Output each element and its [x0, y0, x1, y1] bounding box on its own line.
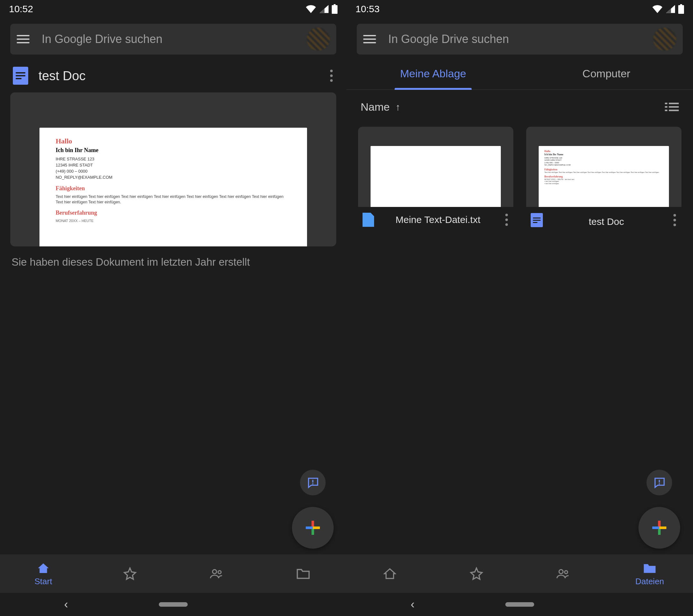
- more-options-button[interactable]: [502, 214, 511, 226]
- nav-pill[interactable]: [159, 602, 188, 607]
- status-icons: [305, 4, 338, 14]
- svg-rect-12: [665, 110, 667, 111]
- account-avatar[interactable]: [307, 27, 330, 51]
- status-bar: 10:52: [0, 0, 346, 18]
- battery-icon: [332, 4, 338, 14]
- file-preview-card[interactable]: Hallo Ich bin Ihr Name IHRE STRASSE 123 …: [10, 93, 336, 246]
- phone-screen-files: 10:53 In Google Drive suchen Meine Ablag…: [346, 0, 693, 616]
- search-placeholder: In Google Drive suchen: [388, 33, 653, 46]
- sort-button[interactable]: Name ↑: [361, 101, 400, 113]
- more-options-button[interactable]: [670, 214, 679, 226]
- svg-rect-13: [669, 110, 679, 111]
- back-button[interactable]: ‹: [411, 598, 415, 611]
- home-icon: [383, 567, 396, 580]
- feedback-icon: [653, 476, 666, 489]
- svg-rect-3: [312, 483, 313, 484]
- tab-my-drive[interactable]: Meine Ablage: [346, 58, 520, 90]
- file-title[interactable]: test Doc: [39, 69, 326, 83]
- nav-shared[interactable]: [173, 554, 260, 593]
- nav-start[interactable]: Start: [0, 554, 87, 593]
- nav-starred[interactable]: [433, 554, 520, 593]
- status-icons: [652, 4, 684, 14]
- status-time: 10:53: [355, 3, 379, 15]
- svg-rect-15: [659, 483, 660, 484]
- people-icon: [556, 567, 570, 580]
- back-button[interactable]: ‹: [64, 598, 68, 611]
- battery-icon: [678, 4, 684, 14]
- bottom-nav: Dateien: [346, 554, 693, 593]
- status-time: 10:52: [9, 3, 33, 15]
- wifi-icon: [305, 5, 316, 13]
- star-icon: [470, 567, 483, 580]
- more-options-button[interactable]: [326, 69, 336, 82]
- svg-point-17: [565, 571, 568, 574]
- svg-point-16: [559, 570, 563, 574]
- menu-icon[interactable]: [17, 33, 29, 45]
- nav-files[interactable]: [260, 554, 346, 593]
- docs-icon: [531, 213, 543, 227]
- svg-rect-6: [678, 5, 684, 14]
- svg-rect-7: [680, 4, 682, 6]
- file-thumbnail: HalloIch bin Ihr Name IHRE STRASSE 12312…: [526, 127, 681, 207]
- feedback-button[interactable]: [647, 470, 672, 495]
- svg-rect-1: [334, 4, 336, 6]
- feedback-button[interactable]: [300, 470, 325, 495]
- svg-rect-11: [669, 106, 679, 107]
- arrow-up-icon: ↑: [396, 102, 400, 113]
- people-icon: [210, 567, 224, 580]
- search-bar[interactable]: In Google Drive suchen: [357, 24, 683, 55]
- star-icon: [123, 567, 137, 580]
- document-thumbnail: Hallo Ich bin Ihr Name IHRE STRASSE 123 …: [39, 128, 307, 246]
- status-bar: 10:53: [346, 0, 693, 18]
- search-placeholder: In Google Drive suchen: [42, 33, 307, 46]
- suggestion-reason: Sie haben dieses Dokument im letzten Jah…: [12, 256, 335, 268]
- svg-rect-8: [665, 103, 667, 104]
- nav-start[interactable]: [346, 554, 433, 593]
- search-bar[interactable]: In Google Drive suchen: [10, 24, 336, 55]
- add-button[interactable]: [638, 507, 680, 549]
- folder-icon: [296, 567, 310, 580]
- svg-point-4: [212, 570, 217, 574]
- tab-computers[interactable]: Computer: [520, 58, 693, 90]
- file-item-doc[interactable]: HalloIch bin Ihr Name IHRE STRASSE 12312…: [526, 127, 681, 227]
- plus-icon: [652, 521, 666, 535]
- svg-point-5: [218, 571, 221, 574]
- nav-files[interactable]: Dateien: [606, 554, 693, 593]
- system-nav-bar: ‹: [346, 593, 693, 616]
- sort-label: Name: [361, 101, 390, 113]
- file-item-txt[interactable]: Meine Text-Datei.txt: [358, 127, 513, 227]
- nav-pill[interactable]: [505, 602, 534, 607]
- folder-icon: [642, 562, 657, 575]
- list-view-icon: [665, 102, 679, 113]
- plus-icon: [306, 521, 320, 535]
- account-avatar[interactable]: [653, 27, 676, 51]
- svg-rect-10: [665, 106, 667, 107]
- view-toggle-button[interactable]: [665, 102, 679, 113]
- nav-shared[interactable]: [520, 554, 606, 593]
- bottom-nav: Start: [0, 554, 346, 593]
- file-thumbnail: [358, 127, 513, 207]
- svg-rect-9: [669, 103, 679, 104]
- feedback-icon: [306, 476, 319, 489]
- fab-stack: [292, 470, 334, 549]
- file-name: test Doc: [543, 213, 670, 227]
- docs-icon: [13, 67, 28, 85]
- suggested-file-header: test Doc: [0, 55, 346, 93]
- svg-rect-14: [659, 480, 660, 482]
- nav-starred[interactable]: [87, 554, 173, 593]
- fab-stack: [638, 470, 680, 549]
- signal-icon: [666, 5, 675, 13]
- system-nav-bar: ‹: [0, 593, 346, 616]
- svg-rect-2: [312, 480, 313, 482]
- svg-rect-0: [332, 5, 338, 14]
- file-name: Meine Text-Datei.txt: [374, 214, 502, 225]
- signal-icon: [320, 5, 329, 13]
- wifi-icon: [652, 5, 663, 13]
- location-tabs: Meine Ablage Computer: [346, 58, 693, 90]
- sort-row: Name ↑: [346, 90, 693, 122]
- file-grid: Meine Text-Datei.txt HalloIch bin Ihr Na…: [346, 122, 693, 233]
- text-file-icon: [362, 213, 374, 227]
- home-icon: [37, 562, 50, 575]
- menu-icon[interactable]: [363, 33, 376, 45]
- add-button[interactable]: [292, 507, 334, 549]
